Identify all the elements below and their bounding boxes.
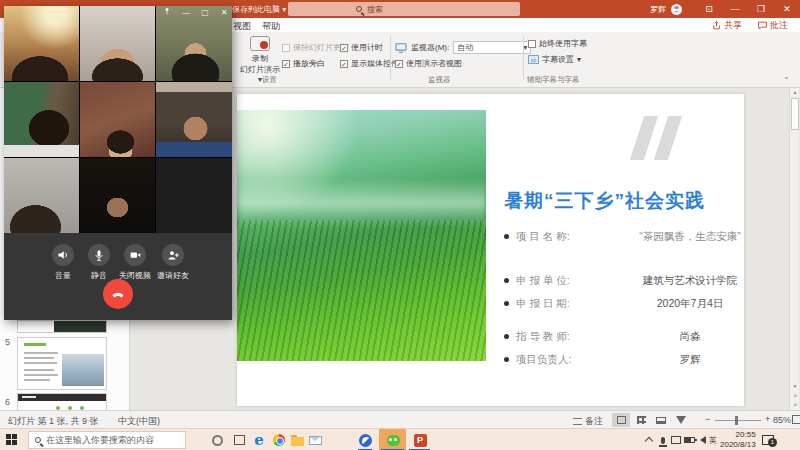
fit-to-window-icon[interactable] bbox=[792, 415, 800, 424]
wechat-button[interactable] bbox=[385, 432, 401, 448]
tray-battery[interactable] bbox=[684, 429, 695, 450]
video-call-window[interactable]: — ▢ ✕ 音量 静音 关闭视频 bbox=[4, 6, 232, 320]
participant-video[interactable] bbox=[80, 6, 155, 81]
mail-icon bbox=[309, 436, 322, 445]
avatar[interactable] bbox=[671, 4, 682, 15]
participant-video[interactable] bbox=[4, 82, 79, 157]
ribbon-display-options-icon[interactable]: ⊡ bbox=[696, 0, 722, 18]
scroll-down-icon[interactable]: ▼ bbox=[790, 382, 800, 391]
powerpoint-button[interactable]: P bbox=[412, 432, 428, 448]
saved-status[interactable]: 保存到此电脑 ▾ bbox=[232, 4, 286, 15]
notes-icon bbox=[573, 418, 582, 425]
row-label: 项 目 名 称: bbox=[516, 230, 570, 244]
call-maximize-icon[interactable]: ▢ bbox=[199, 8, 211, 17]
checkbox-play-narrations[interactable]: ✓播放旁白 bbox=[282, 58, 325, 69]
start-button[interactable] bbox=[6, 434, 17, 445]
participant-video[interactable] bbox=[156, 6, 232, 81]
slide-bullet-row[interactable]: 申 报 日 期: 2020年7月4日 bbox=[504, 297, 734, 311]
row-value: 2020年7月4日 bbox=[604, 297, 776, 311]
input-method-indicator[interactable]: 英 bbox=[709, 429, 717, 450]
pin-icon[interactable] bbox=[161, 7, 173, 17]
previous-slide-icon[interactable]: ≛ bbox=[790, 392, 800, 401]
participant-video[interactable] bbox=[156, 82, 232, 157]
participant-video[interactable] bbox=[4, 158, 79, 233]
participant-video[interactable] bbox=[80, 158, 155, 233]
search-icon bbox=[356, 6, 362, 12]
invite-friends-button[interactable]: 邀请好友 bbox=[147, 244, 199, 281]
mail-button[interactable] bbox=[307, 432, 323, 448]
tea-field-image[interactable] bbox=[237, 110, 486, 361]
slide-bullet-row[interactable]: 项 目 名 称: “茶园飘香，生态安康” bbox=[504, 230, 734, 244]
comment-icon bbox=[758, 21, 767, 30]
scroll-up-icon[interactable]: ▲ bbox=[790, 88, 800, 97]
tray-volume[interactable] bbox=[700, 429, 706, 450]
tray-microphone[interactable] bbox=[661, 429, 665, 450]
hang-up-button[interactable] bbox=[103, 279, 133, 309]
edge-button[interactable]: e bbox=[251, 432, 267, 448]
slide-4-thumbnail[interactable] bbox=[17, 320, 107, 333]
subtitle-settings-button[interactable]: cc 字幕设置▾ bbox=[528, 54, 581, 65]
tray-show-hidden-icons[interactable] bbox=[646, 429, 652, 450]
zoom-in-button[interactable]: + bbox=[765, 414, 770, 424]
normal-view-icon bbox=[617, 416, 626, 424]
notes-button[interactable]: 备注 bbox=[573, 415, 603, 428]
slide-bullet-row[interactable]: 指 导 教 师: 尚淼 bbox=[504, 330, 734, 344]
tray-network[interactable] bbox=[671, 429, 681, 450]
slide-title[interactable]: 暑期“三下乡”社会实践 bbox=[504, 188, 705, 214]
restore-button[interactable]: ❐ bbox=[748, 0, 774, 18]
microphone-icon bbox=[88, 244, 110, 266]
share-button[interactable]: 共享 bbox=[712, 19, 742, 32]
chrome-button[interactable] bbox=[271, 432, 287, 448]
minimize-button[interactable]: — bbox=[722, 0, 748, 18]
normal-view-button[interactable] bbox=[612, 413, 630, 427]
ribbon-search-input[interactable]: 搜索 bbox=[288, 2, 520, 16]
language-indicator[interactable]: 中文(中国) bbox=[118, 415, 160, 428]
action-center-button[interactable]: 1 bbox=[762, 429, 774, 450]
slide-counter: 幻灯片 第 1 张, 共 9 张 bbox=[8, 415, 99, 428]
call-minimize-icon[interactable]: — bbox=[180, 8, 192, 17]
checkbox-presenter-view[interactable]: ✓使用演示者视图 bbox=[395, 58, 462, 69]
slideshow-view-button[interactable] bbox=[672, 413, 690, 427]
zoom-level[interactable]: 85% bbox=[773, 415, 791, 425]
thumb-image bbox=[62, 354, 104, 386]
clock[interactable]: 20:55 2020/8/13 bbox=[720, 429, 756, 450]
battery-icon bbox=[684, 437, 695, 443]
slide-5-thumbnail[interactable] bbox=[17, 337, 107, 390]
slide-6-thumbnail[interactable] bbox=[17, 393, 107, 410]
group-label-setup: 设置 bbox=[262, 75, 277, 85]
checkbox-use-timings[interactable]: ✓使用计时 bbox=[340, 42, 383, 53]
participant-video[interactable] bbox=[156, 158, 232, 233]
scrollbar-thumb[interactable] bbox=[791, 98, 799, 130]
task-view-button[interactable] bbox=[231, 432, 247, 448]
checkbox-keep-slides-updated: 保持幻灯片更新 bbox=[282, 42, 349, 53]
file-explorer-button[interactable] bbox=[289, 432, 305, 448]
comments-button[interactable]: 批注 bbox=[758, 19, 788, 32]
call-close-icon[interactable]: ✕ bbox=[218, 8, 230, 17]
record-slideshow-button[interactable]: 录制 幻灯片演示 ▾ bbox=[238, 36, 282, 76]
participant-video[interactable] bbox=[80, 82, 155, 157]
zoom-slider-track[interactable] bbox=[715, 420, 761, 421]
collapse-ribbon-icon[interactable]: ⌃ bbox=[783, 76, 790, 85]
checkbox-always-use-subtitles[interactable]: 始终使用字幕 bbox=[528, 38, 587, 49]
slide-bullet-row[interactable]: 申 报 单 位: 建筑与艺术设计学院 bbox=[504, 274, 734, 288]
reading-view-button[interactable] bbox=[652, 413, 670, 427]
slide-bullet-row[interactable]: 项目负责人: 罗辉 bbox=[504, 353, 734, 367]
next-slide-icon[interactable]: ≚ bbox=[790, 401, 800, 410]
account-name[interactable]: 罗辉 bbox=[650, 4, 666, 15]
participant-grid bbox=[4, 6, 232, 233]
participant-video[interactable] bbox=[4, 6, 79, 81]
powerpoint-icon: P bbox=[414, 434, 427, 447]
zoom-slider-thumb[interactable] bbox=[735, 416, 738, 425]
taskbar-search-input[interactable]: 在这里输入你要搜索的内容 bbox=[28, 431, 186, 449]
monitor-selector: 监视器(M): 自动 ▾ bbox=[395, 41, 531, 54]
close-button[interactable]: ✕ bbox=[774, 0, 800, 18]
monitor-dropdown[interactable]: 自动 ▾ bbox=[453, 41, 531, 54]
slide-editing-area[interactable]: 暑期“三下乡”社会实践 项 目 名 称: “茶园飘香，生态安康” 申 报 单 位… bbox=[237, 94, 744, 406]
cortana-button[interactable] bbox=[209, 432, 225, 448]
slide-sorter-view-button[interactable] bbox=[632, 413, 650, 427]
zoom-out-button[interactable]: − bbox=[705, 414, 710, 424]
meeting-app-button[interactable] bbox=[357, 432, 373, 448]
bullet-icon bbox=[504, 357, 509, 362]
vertical-scrollbar[interactable]: ▲ ▼ ≛ ≚ bbox=[789, 88, 799, 410]
grid-view-icon bbox=[637, 416, 646, 424]
